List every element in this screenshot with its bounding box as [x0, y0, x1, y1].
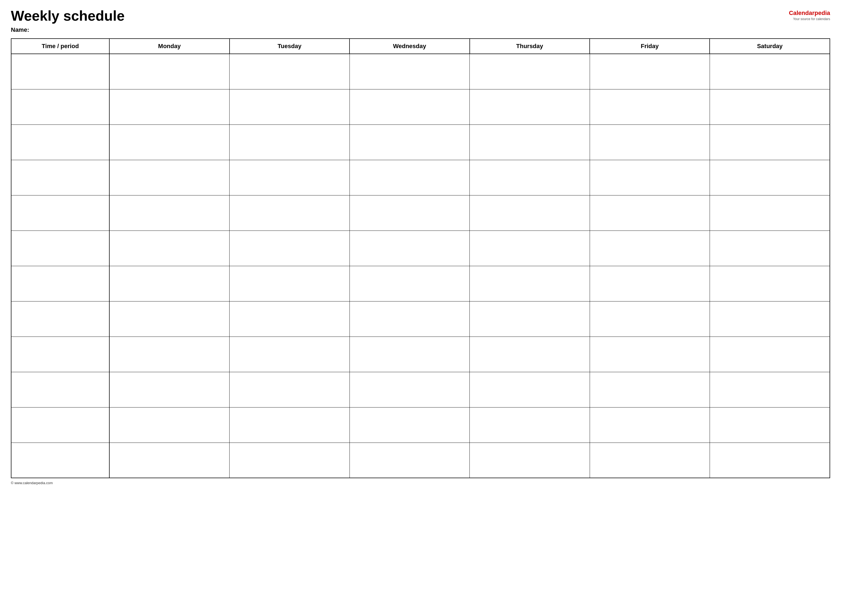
day-cell[interactable] — [229, 301, 350, 337]
footer: © www.calendarpedia.com — [11, 481, 830, 485]
day-cell[interactable] — [590, 266, 710, 301]
time-cell[interactable] — [11, 407, 109, 443]
day-cell[interactable] — [710, 195, 830, 230]
day-cell[interactable] — [109, 443, 229, 478]
day-cell[interactable] — [470, 337, 590, 372]
day-cell[interactable] — [109, 372, 229, 407]
day-cell[interactable] — [350, 195, 469, 230]
day-cell[interactable] — [229, 407, 350, 443]
name-label: Name: — [11, 26, 830, 34]
time-cell[interactable] — [11, 337, 109, 372]
day-cell[interactable] — [590, 54, 710, 89]
day-cell[interactable] — [229, 195, 350, 230]
time-cell[interactable] — [11, 195, 109, 230]
day-cell[interactable] — [710, 54, 830, 89]
time-cell[interactable] — [11, 372, 109, 407]
day-cell[interactable] — [470, 160, 590, 195]
day-cell[interactable] — [590, 301, 710, 337]
day-cell[interactable] — [109, 125, 229, 160]
day-cell[interactable] — [229, 372, 350, 407]
logo-red: pedia — [815, 10, 830, 16]
time-cell[interactable] — [11, 125, 109, 160]
day-cell[interactable] — [470, 372, 590, 407]
page-header: Weekly schedule Calendarpedia Your sourc… — [11, 8, 830, 23]
day-cell[interactable] — [350, 160, 469, 195]
day-cell[interactable] — [229, 230, 350, 266]
col-header-saturday: Saturday — [710, 39, 830, 54]
day-cell[interactable] — [590, 372, 710, 407]
day-cell[interactable] — [229, 160, 350, 195]
day-cell[interactable] — [590, 195, 710, 230]
col-header-tuesday: Tuesday — [229, 39, 350, 54]
table-header-row: Time / period Monday Tuesday Wednesday T… — [11, 39, 830, 54]
day-cell[interactable] — [710, 301, 830, 337]
col-header-monday: Monday — [109, 39, 229, 54]
day-cell[interactable] — [229, 54, 350, 89]
logo-text: Calendarpedia — [789, 10, 830, 16]
day-cell[interactable] — [590, 125, 710, 160]
day-cell[interactable] — [350, 301, 469, 337]
col-header-thursday: Thursday — [470, 39, 590, 54]
day-cell[interactable] — [229, 266, 350, 301]
day-cell[interactable] — [350, 89, 469, 125]
time-cell[interactable] — [11, 160, 109, 195]
day-cell[interactable] — [590, 89, 710, 125]
time-cell[interactable] — [11, 230, 109, 266]
day-cell[interactable] — [109, 160, 229, 195]
day-cell[interactable] — [109, 337, 229, 372]
day-cell[interactable] — [470, 230, 590, 266]
day-cell[interactable] — [350, 372, 469, 407]
table-row — [11, 407, 830, 443]
time-cell[interactable] — [11, 54, 109, 89]
day-cell[interactable] — [470, 89, 590, 125]
day-cell[interactable] — [710, 230, 830, 266]
time-cell[interactable] — [11, 443, 109, 478]
day-cell[interactable] — [350, 230, 469, 266]
day-cell[interactable] — [470, 125, 590, 160]
page-title: Weekly schedule — [11, 8, 125, 23]
day-cell[interactable] — [109, 230, 229, 266]
day-cell[interactable] — [109, 407, 229, 443]
day-cell[interactable] — [710, 407, 830, 443]
time-cell[interactable] — [11, 266, 109, 301]
time-cell[interactable] — [11, 89, 109, 125]
day-cell[interactable] — [350, 125, 469, 160]
day-cell[interactable] — [109, 195, 229, 230]
day-cell[interactable] — [109, 89, 229, 125]
day-cell[interactable] — [350, 54, 469, 89]
day-cell[interactable] — [109, 266, 229, 301]
day-cell[interactable] — [590, 230, 710, 266]
day-cell[interactable] — [109, 54, 229, 89]
time-cell[interactable] — [11, 301, 109, 337]
day-cell[interactable] — [710, 443, 830, 478]
day-cell[interactable] — [350, 443, 469, 478]
day-cell[interactable] — [470, 301, 590, 337]
col-header-time: Time / period — [11, 39, 109, 54]
day-cell[interactable] — [350, 337, 469, 372]
day-cell[interactable] — [470, 407, 590, 443]
day-cell[interactable] — [229, 125, 350, 160]
day-cell[interactable] — [229, 337, 350, 372]
day-cell[interactable] — [229, 443, 350, 478]
day-cell[interactable] — [590, 407, 710, 443]
day-cell[interactable] — [590, 160, 710, 195]
day-cell[interactable] — [710, 372, 830, 407]
day-cell[interactable] — [470, 443, 590, 478]
day-cell[interactable] — [229, 89, 350, 125]
day-cell[interactable] — [710, 337, 830, 372]
table-row — [11, 195, 830, 230]
day-cell[interactable] — [710, 125, 830, 160]
day-cell[interactable] — [470, 195, 590, 230]
day-cell[interactable] — [109, 301, 229, 337]
table-row — [11, 230, 830, 266]
day-cell[interactable] — [350, 407, 469, 443]
logo: Calendarpedia Your source for calendars — [789, 10, 830, 21]
day-cell[interactable] — [350, 266, 469, 301]
day-cell[interactable] — [470, 54, 590, 89]
day-cell[interactable] — [710, 89, 830, 125]
day-cell[interactable] — [710, 160, 830, 195]
day-cell[interactable] — [590, 443, 710, 478]
day-cell[interactable] — [710, 266, 830, 301]
day-cell[interactable] — [590, 337, 710, 372]
day-cell[interactable] — [470, 266, 590, 301]
